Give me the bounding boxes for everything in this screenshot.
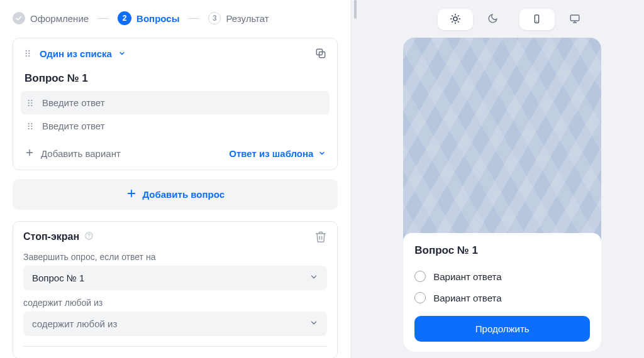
preview-device-frame: Вопрос № 1 Вариант ответа Вариант ответа…	[403, 38, 601, 352]
step-label: Результат	[226, 13, 269, 24]
chevron-down-icon	[318, 148, 326, 159]
stop-screen-title: Стоп-экран	[23, 231, 79, 242]
drag-handle-icon[interactable]	[23, 49, 33, 58]
answer-row	[21, 91, 330, 114]
help-icon[interactable]	[84, 231, 94, 243]
theme-dark-toggle[interactable]	[475, 9, 511, 30]
svg-point-15	[31, 122, 32, 124]
preview-pane: Вопрос № 1 Вариант ответа Вариант ответа…	[360, 0, 644, 358]
preview-option-label: Вариант ответа	[433, 271, 501, 282]
question-type-selector[interactable]: Один из списка	[23, 48, 126, 59]
scrollbar-gutter	[350, 0, 360, 358]
chevron-down-icon	[118, 48, 126, 59]
preview-option-label: Вариант ответа	[433, 293, 501, 303]
duplicate-button[interactable]	[314, 47, 327, 60]
question-type-label: Один из списка	[40, 48, 112, 59]
svg-point-25	[89, 237, 89, 238]
svg-point-12	[28, 104, 30, 106]
svg-point-0	[26, 50, 27, 52]
add-variant-button[interactable]: Добавить вариант	[25, 148, 121, 160]
svg-point-10	[28, 102, 30, 103]
device-segment	[519, 9, 592, 30]
svg-point-4	[26, 55, 27, 57]
svg-point-8	[28, 99, 30, 100]
preview-cover	[403, 38, 601, 233]
preview-question-title: Вопрос № 1	[414, 244, 590, 257]
question-card-actions: Добавить вариант Ответ из шаблона	[13, 141, 337, 170]
svg-line-34	[458, 15, 458, 16]
step-questions[interactable]: 2 Вопросы	[118, 11, 179, 25]
sun-icon	[450, 13, 461, 26]
svg-point-9	[31, 99, 32, 100]
svg-point-5	[28, 55, 30, 57]
svg-point-16	[28, 125, 30, 126]
step-separator	[188, 18, 199, 19]
svg-point-1	[28, 50, 30, 52]
stop-contains-label: содержит любой из	[23, 298, 327, 308]
add-question-label: Добавить вопрос	[142, 189, 225, 200]
add-question-button[interactable]: Добавить вопрос	[13, 179, 338, 210]
stop-question-select[interactable]: Вопрос № 1	[23, 266, 327, 290]
radio-icon	[414, 271, 426, 282]
stop-match-placeholder: содержит любой из	[32, 318, 117, 329]
check-icon	[13, 12, 25, 24]
mobile-icon	[532, 13, 541, 26]
template-answer-label: Ответ из шаблона	[229, 148, 313, 159]
svg-point-17	[31, 125, 32, 126]
drag-handle-icon[interactable]	[26, 99, 36, 107]
svg-line-33	[452, 21, 452, 22]
answer-input[interactable]	[42, 121, 325, 131]
answer-list	[13, 91, 337, 141]
stop-if-label: Завершить опрос, если ответ на	[23, 252, 327, 262]
chevron-down-icon	[309, 273, 318, 283]
editor-pane: Оформление 2 Вопросы 3 Результат Один из…	[0, 0, 350, 358]
stop-match-select[interactable]: содержит любой из	[23, 312, 327, 336]
chevron-down-icon	[309, 318, 318, 329]
stop-screen-card: Стоп-экран Завершить опрос, если ответ н…	[13, 221, 338, 358]
step-separator	[97, 18, 109, 19]
theme-light-toggle[interactable]	[438, 9, 473, 30]
svg-rect-37	[570, 15, 579, 21]
step-design[interactable]: Оформление	[13, 12, 89, 24]
device-desktop-toggle[interactable]	[557, 9, 592, 30]
question-title[interactable]: Вопрос № 1	[13, 68, 337, 91]
preview-question-card: Вопрос № 1 Вариант ответа Вариант ответа…	[403, 233, 601, 352]
plus-icon	[126, 188, 137, 201]
step-result[interactable]: 3 Результат	[208, 12, 269, 24]
answer-input[interactable]	[42, 97, 325, 108]
desktop-icon	[569, 13, 580, 26]
moon-icon	[487, 13, 498, 26]
svg-point-14	[28, 122, 30, 124]
svg-point-18	[28, 127, 30, 129]
preview-toolbar	[438, 9, 592, 30]
svg-point-11	[31, 102, 32, 103]
answer-row	[21, 114, 330, 138]
step-label: Вопросы	[136, 13, 179, 24]
device-mobile-toggle[interactable]	[519, 9, 555, 30]
plus-icon	[25, 148, 35, 160]
preview-option[interactable]: Вариант ответа	[414, 287, 590, 308]
svg-line-29	[452, 15, 452, 16]
svg-point-3	[28, 53, 30, 54]
drag-handle-icon[interactable]	[26, 122, 36, 131]
svg-point-19	[31, 127, 32, 129]
question-card: Один из списка Вопрос № 1	[13, 38, 338, 170]
theme-segment	[438, 9, 511, 30]
svg-point-13	[31, 104, 32, 106]
preview-option[interactable]: Вариант ответа	[414, 266, 590, 287]
svg-point-26	[453, 17, 457, 21]
stepper: Оформление 2 Вопросы 3 Результат	[13, 5, 338, 38]
svg-point-2	[26, 53, 27, 54]
scrollbar-thumb[interactable]	[354, 0, 357, 19]
continue-label: Продолжить	[475, 323, 530, 334]
stop-screen-header: Стоп-экран	[23, 231, 327, 243]
delete-stop-screen-button[interactable]	[314, 231, 327, 243]
template-answer-button[interactable]: Ответ из шаблона	[229, 148, 326, 159]
question-card-header: Один из списка	[13, 38, 337, 68]
step-number-icon: 3	[208, 12, 221, 24]
add-variant-label: Добавить вариант	[41, 148, 121, 159]
step-number-icon: 2	[118, 11, 131, 25]
preview-continue-button[interactable]: Продолжить	[414, 316, 590, 342]
step-label: Оформление	[30, 13, 89, 24]
svg-line-30	[458, 21, 458, 22]
